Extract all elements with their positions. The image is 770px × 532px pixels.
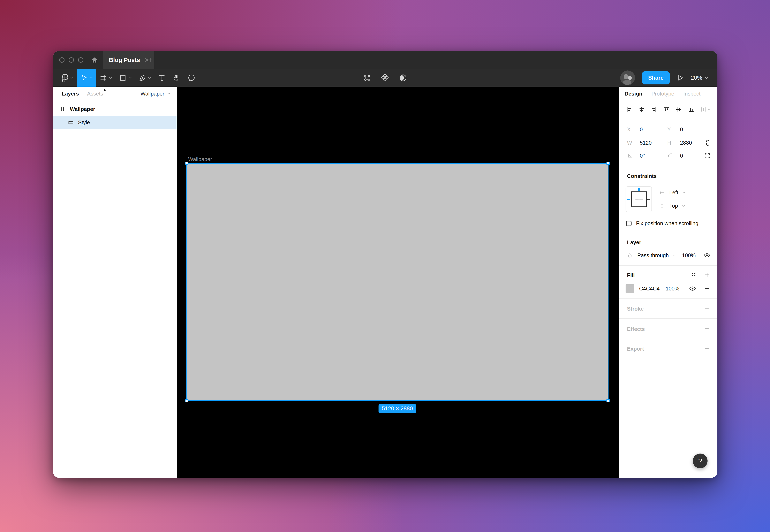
fill-section-title: Fill xyxy=(627,272,635,279)
shape-tool-button[interactable] xyxy=(116,69,135,87)
page-selector[interactable]: Wallpaper xyxy=(141,91,171,97)
divider xyxy=(619,298,717,299)
frame-tool-button[interactable] xyxy=(96,69,116,87)
canvas-frame-label[interactable]: Wallpaper xyxy=(188,156,212,162)
traffic-lights xyxy=(59,51,83,69)
fill-hex-input[interactable]: C4C4C4 xyxy=(639,286,660,292)
home-icon xyxy=(91,56,98,64)
page-name: Wallpaper xyxy=(141,91,164,97)
vertical-constraint-icon xyxy=(659,203,665,209)
canvas[interactable]: Wallpaper 5120 × 2880 xyxy=(177,87,619,478)
constrain-proportions-icon[interactable] xyxy=(705,139,710,146)
align-right-icon[interactable] xyxy=(651,106,657,113)
tab-assets[interactable]: Assets xyxy=(87,91,103,97)
zoom-control[interactable]: 20% xyxy=(691,75,708,81)
pen-tool-button[interactable] xyxy=(135,69,155,87)
effects-section-title: Effects xyxy=(627,326,645,332)
add-export-button[interactable] xyxy=(704,345,710,352)
independent-corners-icon[interactable] xyxy=(704,153,710,159)
distribute-menu-icon[interactable] xyxy=(700,106,710,113)
selection-handle-top-left[interactable] xyxy=(185,162,188,165)
mask-icon[interactable] xyxy=(399,74,407,82)
blend-mode-select[interactable]: Pass through xyxy=(637,252,675,259)
inspector-panel: Design Prototype Inspect xyxy=(619,87,717,478)
align-top-icon[interactable] xyxy=(663,106,670,113)
layer-row-wallpaper[interactable]: Wallpaper xyxy=(53,102,177,116)
move-tool-button[interactable] xyxy=(77,69,96,87)
toolbar-center xyxy=(363,69,407,87)
position-row: X 0 Y 0 xyxy=(619,124,717,135)
home-button[interactable] xyxy=(88,51,101,69)
selected-frame[interactable] xyxy=(187,164,608,400)
minimize-window-button[interactable] xyxy=(69,57,74,63)
selection-handle-bottom-left[interactable] xyxy=(185,399,188,402)
fill-visibility-eye-icon[interactable] xyxy=(689,285,696,292)
tab-design[interactable]: Design xyxy=(625,91,642,97)
x-input[interactable]: 0 xyxy=(640,126,643,133)
constraints-widget[interactable] xyxy=(626,186,652,212)
hand-tool-button[interactable] xyxy=(169,69,184,87)
layer-opacity-input[interactable]: 100% xyxy=(682,252,696,259)
main-menu-button[interactable] xyxy=(58,69,77,87)
chevron-down-icon xyxy=(167,93,171,95)
export-section-title: Export xyxy=(627,346,644,352)
constraint-bottom[interactable] xyxy=(639,208,639,210)
help-button[interactable]: ? xyxy=(693,454,708,468)
align-vertical-center-icon[interactable] xyxy=(675,106,682,113)
create-component-icon[interactable] xyxy=(381,74,389,82)
remove-fill-button[interactable] xyxy=(704,286,710,292)
x-label: X xyxy=(627,126,636,133)
pen-tool-icon xyxy=(139,74,146,82)
align-left-icon[interactable] xyxy=(626,106,632,113)
width-input[interactable]: 5120 xyxy=(640,140,652,146)
corner-radius-input[interactable]: 0 xyxy=(680,153,683,159)
edit-object-icon[interactable] xyxy=(363,74,371,82)
stroke-section-title: Stroke xyxy=(627,306,644,312)
align-horizontal-center-icon[interactable] xyxy=(638,106,645,113)
comment-icon xyxy=(187,74,195,82)
zoom-window-button[interactable] xyxy=(78,57,83,63)
inspector-tabs: Design Prototype Inspect xyxy=(619,87,717,101)
selection-handle-bottom-right[interactable] xyxy=(606,399,610,402)
tab-title: Blog Posts xyxy=(109,57,140,63)
rotation-input[interactable]: 0° xyxy=(640,153,645,159)
present-button[interactable] xyxy=(677,74,684,81)
height-input[interactable]: 2880 xyxy=(680,140,692,146)
alignment-toolbar xyxy=(619,104,717,115)
fix-position-checkbox[interactable] xyxy=(626,221,632,226)
fill-opacity-input[interactable]: 100% xyxy=(666,286,679,292)
add-fill-button[interactable] xyxy=(704,272,710,278)
comment-tool-button[interactable] xyxy=(184,69,199,87)
tab-inspect[interactable]: Inspect xyxy=(683,91,701,97)
selection-handle-top-right[interactable] xyxy=(606,162,610,165)
share-button[interactable]: Share xyxy=(642,71,670,84)
new-tab-button[interactable] xyxy=(143,51,157,69)
constraint-right[interactable] xyxy=(647,199,650,200)
add-stroke-button[interactable] xyxy=(704,305,710,312)
tab-layers[interactable]: Layers xyxy=(62,91,79,97)
fill-color-swatch[interactable] xyxy=(626,284,634,293)
constraint-left-active[interactable] xyxy=(627,199,630,200)
constraint-top-active[interactable] xyxy=(638,188,640,191)
horizontal-constraint-select[interactable]: Left xyxy=(659,189,685,196)
tab-prototype[interactable]: Prototype xyxy=(651,91,674,97)
layer-row-style[interactable]: Style xyxy=(53,116,177,129)
divider xyxy=(619,339,717,339)
chevron-down-icon xyxy=(70,77,74,79)
close-window-button[interactable] xyxy=(59,57,65,63)
user-avatar[interactable] xyxy=(620,70,635,85)
vertical-constraint-select[interactable]: Top xyxy=(659,203,685,209)
y-input[interactable]: 0 xyxy=(680,126,683,133)
size-row: W 5120 H 2880 xyxy=(619,137,717,148)
add-effect-button[interactable] xyxy=(704,325,710,332)
fill-styles-icon[interactable] xyxy=(691,272,697,278)
chevron-down-icon xyxy=(148,77,151,79)
chevron-down-icon xyxy=(682,192,685,193)
layer-visibility-eye-icon[interactable] xyxy=(703,252,710,259)
titlebar: Blog Posts xyxy=(53,51,717,69)
figma-window: Blog Posts xyxy=(53,51,717,478)
desktop: { "window": { "tab_title": "Blog Posts" … xyxy=(0,0,770,532)
align-bottom-icon[interactable] xyxy=(688,106,695,113)
chevron-down-icon xyxy=(89,77,93,79)
text-tool-button[interactable] xyxy=(155,69,169,87)
